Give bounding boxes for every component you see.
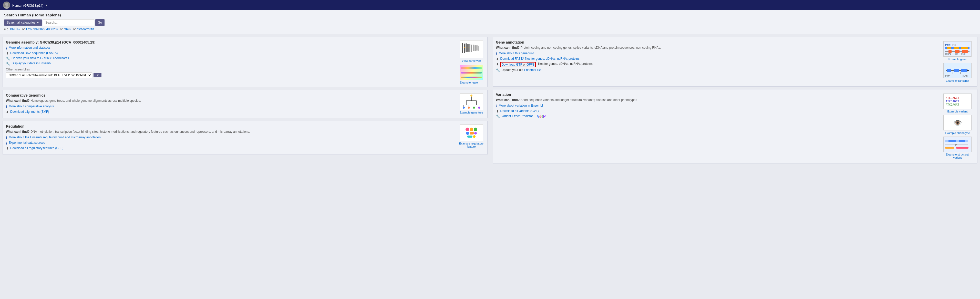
variation-what-can: What can I find? Short sequence variants… [496, 98, 939, 102]
gtf-link[interactable]: Download GTF [502, 63, 522, 66]
variation-link-vep-anchor[interactable]: Variant Effect Predictor [502, 114, 533, 118]
gene-annotation-content: Gene annotation What can I find? Protein… [496, 40, 939, 83]
genome-link-fasta-anchor[interactable]: Download DNA sequence (FASTA) [10, 51, 58, 55]
example-structural-image[interactable] [943, 137, 972, 152]
info-icon-reg2: ℹ [6, 141, 7, 145]
example-gene-image[interactable]: Pax6 INS [943, 41, 972, 57]
search-go-button[interactable]: Go [95, 19, 105, 26]
right-column: Gene annotation What can I find? Protein… [490, 34, 980, 166]
regulation-link-about-anchor[interactable]: More about the Ensembl regulatory build … [9, 135, 71, 139]
regulation-card: Regulation What can I find? DNA methylat… [3, 121, 488, 155]
example-structural-label[interactable]: Example structural variant [942, 153, 973, 159]
genome-link-display-anchor[interactable]: Display your data in Ensembl [11, 62, 51, 65]
example-phenotype-area: 👁️ Example phenotype [943, 115, 972, 135]
genome-build-label: (GRCh38.p14) [23, 4, 43, 8]
svg-rect-51 [954, 69, 959, 72]
gene-link-genebuild-anchor[interactable]: More about this genebuild [499, 51, 534, 55]
genome-link-display: 🔧 Display your data in Ensembl [6, 62, 457, 65]
other-assemblies: Other assemblies GRCh37 Full Feb 2014 ar… [6, 68, 457, 78]
download-icon-var1: ⬇ [496, 110, 499, 113]
assembly-select[interactable]: GRCh37 Full Feb 2014 archive with BLAST,… [6, 72, 92, 78]
variation-link-download-anchor[interactable]: Download all variants (GVF) [500, 109, 539, 113]
info-icon-reg: ℹ [6, 136, 7, 140]
gene-tree-label[interactable]: Example gene tree [460, 111, 483, 114]
gene-annotation-title: Gene annotation [496, 40, 939, 45]
genome-link-convert-anchor[interactable]: Convert your data to GRCh38 coordinates [11, 56, 69, 60]
svg-text:SS!: SS! [955, 53, 958, 55]
search-category-button[interactable]: Search all categories ▼ [4, 19, 42, 25]
example-link-coords[interactable]: 17:63992802-64038237 [25, 27, 58, 31]
gene-annotation-what-can: What can I find? Protein-coding and non-… [496, 46, 939, 49]
gene-tree-image-area: Example gene tree [459, 93, 484, 115]
svg-marker-49 [967, 70, 969, 72]
example-gene-label[interactable]: Example gene [948, 58, 966, 61]
variation-what-label: What can I find? [496, 98, 520, 102]
karyotype-label[interactable]: View karyotype [462, 59, 480, 62]
search-row: Search all categories ▼ Go [4, 19, 976, 26]
comparative-link-download: ⬇ Download alignments (EMF) [6, 110, 457, 114]
regulation-link-about-text: More about the Ensembl regulatory build … [9, 135, 101, 139]
genome-assembly-content: Genome assembly: GRCh38.p14 (GCA_0000140… [6, 40, 457, 84]
region-img-box[interactable] [460, 65, 483, 80]
structural-svg [945, 138, 970, 150]
variation-images: ATCGAGCT ATCCAGCT ATCGAGAT Example varia… [941, 92, 974, 160]
svg-rect-39 [954, 47, 959, 49]
svg-point-32 [468, 107, 470, 109]
example-transcript-area: 5'UTR 3'UTR Example transcript [943, 63, 972, 82]
comparative-link-about-anchor[interactable]: More about comparative analysis [9, 105, 54, 108]
transcript-svg: 5'UTR 3'UTR [945, 64, 970, 77]
gff3-link[interactable]: GFF3 [527, 63, 535, 66]
header: Human (GRCh38.p14) ▼ [0, 0, 980, 10]
svg-rect-4 [466, 43, 467, 52]
example-transcript-label[interactable]: Example transcript [946, 79, 969, 82]
svg-point-34 [478, 107, 480, 109]
svg-rect-64 [945, 147, 954, 149]
svg-rect-40 [961, 47, 968, 49]
example-variant-image[interactable]: ATCGAGCT ATCCAGCT ATCGAGAT [943, 94, 972, 109]
info-icon-gene1: ℹ [496, 52, 497, 56]
svg-point-31 [463, 107, 465, 109]
assembly-go-button[interactable]: Go [94, 73, 102, 77]
gene-tree-image[interactable] [460, 93, 483, 110]
genome-link-info-anchor[interactable]: More information and statistics [9, 46, 51, 49]
gene-annotation-card: Gene annotation What can I find? Protein… [493, 37, 978, 87]
gene-annotation-what-label: What can I find? [496, 46, 520, 49]
svg-rect-8 [473, 45, 474, 51]
regulation-link-experimental-anchor[interactable]: Experimental data sources [9, 141, 45, 145]
example-phenotype-image[interactable]: 👁️ [943, 115, 972, 130]
tool-icon-gene1: 🔧 [496, 68, 500, 72]
svg-text:Pax6: Pax6 [945, 43, 951, 46]
regulation-content: Regulation What can I find? DNA methylat… [6, 124, 457, 151]
variation-link-about-anchor[interactable]: More about variation in Ensembl [499, 104, 543, 107]
other-assemblies-label: Other assemblies [6, 68, 457, 71]
ensembl-ids-link[interactable]: Ensembl IDs [524, 68, 542, 72]
example-link-brca2[interactable]: BRCA2 [10, 27, 20, 31]
regulatory-image[interactable] [460, 124, 483, 141]
regulatory-label[interactable]: Example regulatory feature [459, 142, 484, 148]
search-title: Search Human (Homo sapiens) [4, 13, 976, 17]
karyotype-image[interactable] [460, 40, 483, 58]
svg-text:INS: INS [952, 44, 956, 46]
example-transcript-image[interactable]: 5'UTR 3'UTR [943, 63, 972, 78]
comparative-what-can: What can I find? Homologues, gene trees,… [6, 99, 457, 102]
svg-point-30 [470, 95, 473, 97]
svg-rect-2 [462, 43, 463, 53]
variation-card: Variation What can I find? Short sequenc… [493, 89, 978, 164]
gene-svg: Pax6 INS [945, 42, 970, 56]
regulation-microarray-anchor[interactable]: microarray annotation [71, 135, 101, 139]
regulation-link-experimental: ℹ Experimental data sources [6, 141, 457, 145]
svg-rect-11 [478, 46, 479, 51]
gene-tree-svg [461, 94, 482, 109]
comparative-link-download-anchor[interactable]: Download alignments (EMF) [10, 110, 49, 113]
vep-logo: Ve!P [537, 114, 546, 119]
gene-link-fasta-anchor[interactable]: Download FASTA files for genes, cDNAs, n… [500, 57, 579, 60]
comparative-what-text: Homologues, gene trees, and whole genome… [30, 99, 141, 102]
search-input[interactable] [43, 19, 94, 26]
example-phenotype-label[interactable]: Example phenotype [945, 132, 970, 135]
header-dropdown-arrow[interactable]: ▼ [45, 4, 48, 7]
example-link-rs699[interactable]: rs699 [64, 27, 71, 31]
regulation-link-download-anchor[interactable]: Download all regulatory features (GFF) [10, 146, 63, 150]
example-link-osteoarthritis[interactable]: osteoarthritis [76, 27, 94, 31]
region-label[interactable]: Example region [460, 81, 479, 84]
example-variant-label[interactable]: Example variant [947, 110, 968, 113]
